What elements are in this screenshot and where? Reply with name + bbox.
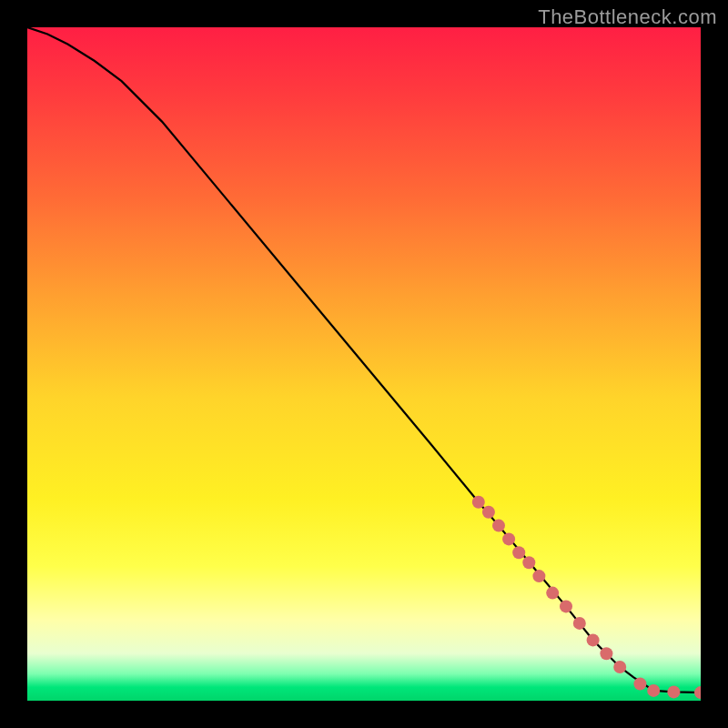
marker-point	[694, 686, 701, 699]
marker-point	[613, 661, 626, 673]
marker-point	[560, 600, 572, 612]
marker-point	[667, 685, 680, 698]
marker-point	[492, 520, 505, 532]
marker-point	[532, 570, 545, 582]
marker-group	[472, 496, 701, 699]
marker-point	[647, 684, 660, 697]
marker-point	[633, 678, 646, 691]
watermark-text: TheBottleneck.com	[538, 5, 717, 29]
marker-point	[600, 647, 612, 660]
chart-area	[27, 27, 701, 701]
marker-point	[502, 532, 515, 545]
marker-point	[522, 556, 535, 569]
marker-point	[587, 633, 600, 646]
curve-line	[27, 27, 701, 693]
marker-point	[512, 546, 525, 559]
marker-point	[573, 617, 586, 630]
marker-point	[472, 496, 485, 509]
marker-point	[546, 587, 559, 600]
plot-svg	[27, 27, 701, 701]
marker-point	[482, 506, 495, 519]
